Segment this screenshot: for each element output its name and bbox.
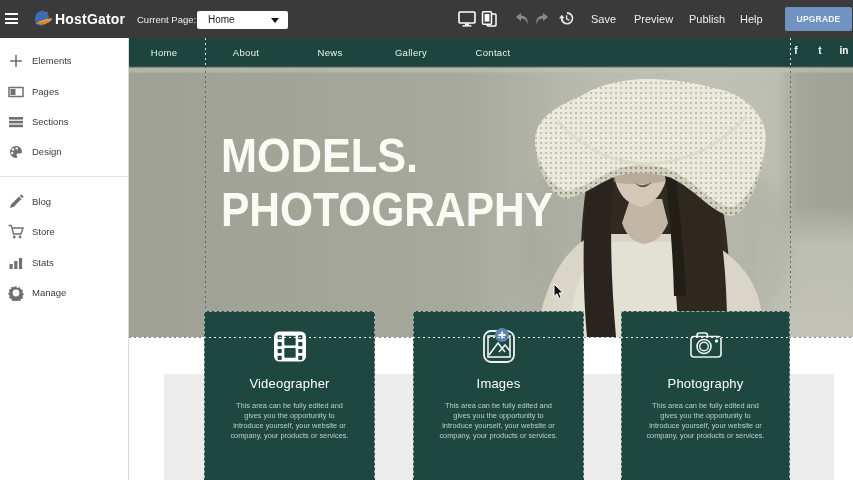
- svg-text:PHOTOGRAPHY: PHOTOGRAPHY: [221, 183, 553, 236]
- svg-text:MODELS.: MODELS.: [221, 129, 418, 182]
